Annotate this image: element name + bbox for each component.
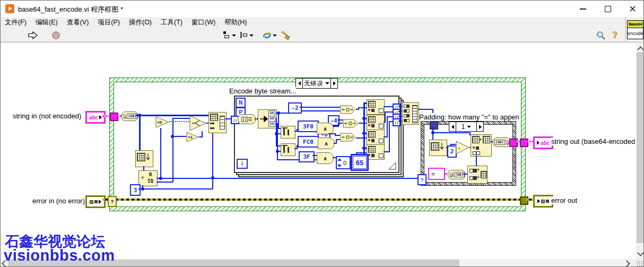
string-wire[interactable] — [516, 141, 520, 142]
menu-window[interactable]: 窗口(W) — [192, 18, 215, 27]
abort-button[interactable] — [52, 31, 60, 39]
interleave-arrays-node[interactable] — [402, 102, 419, 125]
wire[interactable] — [278, 113, 279, 128]
wire[interactable] — [398, 120, 402, 122]
wire[interactable] — [277, 123, 278, 160]
quotient-wire[interactable] — [156, 182, 173, 183]
vi-icon[interactable]: Base64 encode — [627, 20, 643, 39]
array-to-cluster-node[interactable]: [] — [238, 114, 256, 124]
loop-iteration-terminal[interactable]: i — [237, 159, 248, 169]
wire[interactable] — [398, 106, 402, 107]
quotient-remainder-node[interactable]: ÷ R IQ — [138, 170, 158, 186]
wire[interactable] — [138, 188, 213, 190]
menu-operate[interactable]: 操作(O) — [129, 18, 152, 27]
spinner-down-icon[interactable] — [337, 165, 342, 167]
minimize-button[interactable] — [575, 4, 591, 14]
padding-char-constant[interactable]: = — [428, 168, 445, 180]
string-in-terminal[interactable]: abc — [85, 111, 106, 124]
block-diagram-workspace[interactable]: 无错误 string in (not encoded) abc error in… — [1, 43, 636, 259]
logical-shift-node[interactable] — [340, 105, 356, 114]
wire[interactable] — [398, 116, 402, 117]
menu-edit[interactable]: 编辑(E) — [36, 18, 58, 27]
index-array-node[interactable] — [367, 144, 385, 160]
subtract-node[interactable]: - — [456, 141, 470, 155]
select-node[interactable] — [189, 115, 207, 132]
padding-case-selector-terminal[interactable]: ? — [417, 174, 427, 185]
wire[interactable] — [356, 152, 367, 153]
wire[interactable] — [385, 111, 393, 113]
error-wire[interactable] — [526, 199, 533, 201]
wire[interactable] — [387, 116, 393, 117]
wire[interactable] — [172, 118, 190, 119]
vertical-scroll-thumb[interactable] — [637, 52, 644, 243]
array-index-display[interactable]: 0 — [336, 156, 351, 169]
wire[interactable] — [363, 102, 367, 104]
wire[interactable] — [356, 137, 367, 139]
array-size-node[interactable] — [135, 150, 153, 167]
constant-3[interactable]: 3 — [130, 184, 141, 196]
logical-shift-node[interactable] — [343, 119, 359, 128]
maximize-button[interactable] — [600, 4, 616, 14]
byte-array-wire[interactable] — [139, 115, 141, 150]
boolean-wire[interactable] — [169, 121, 190, 122]
wire[interactable] — [312, 155, 317, 156]
wire[interactable] — [300, 107, 340, 108]
error-case-selector-terminal[interactable]: ? — [108, 196, 117, 207]
string-in-tunnel[interactable] — [110, 113, 118, 121]
padding-input-tunnel[interactable] — [430, 121, 438, 130]
reshape-array-node[interactable] — [208, 112, 227, 133]
wire[interactable] — [359, 123, 367, 124]
wire[interactable] — [358, 107, 367, 108]
title-bar[interactable]: base64_fast_encode.vi 程序框图 * — [1, 1, 644, 17]
close-button[interactable] — [624, 4, 640, 14]
case-next-icon[interactable] — [331, 79, 337, 88]
error-in-terminal[interactable] — [85, 195, 106, 208]
string-to-byte-array-node[interactable]: [U8] — [448, 170, 465, 179]
wire[interactable] — [337, 119, 343, 120]
menu-file[interactable]: 文件(F) — [5, 18, 27, 27]
string-out-terminal[interactable]: abc — [533, 136, 553, 149]
wire[interactable] — [418, 109, 433, 110]
wire[interactable] — [142, 185, 143, 189]
case-next-icon[interactable] — [477, 122, 483, 131]
wire[interactable] — [225, 118, 231, 119]
error-out-terminal[interactable] — [533, 195, 553, 208]
spinner-up-icon[interactable] — [337, 158, 342, 161]
error-output-tunnel[interactable] — [520, 196, 528, 205]
index-array-node[interactable] — [367, 99, 385, 115]
constant-3F[interactable]: 3F — [299, 151, 315, 162]
reorder-objects-button[interactable] — [262, 31, 272, 42]
wire[interactable] — [336, 139, 340, 140]
padding-output-tunnel[interactable] — [509, 139, 518, 147]
increment-node[interactable]: +1 — [186, 132, 199, 143]
menu-project[interactable]: 项目(P) — [98, 18, 120, 27]
wire[interactable] — [212, 132, 213, 189]
error-wire[interactable] — [102, 199, 520, 201]
search-button[interactable] — [596, 31, 606, 42]
wire[interactable] — [450, 144, 456, 145]
loop-count-terminal[interactable]: N — [236, 98, 246, 108]
string-wire[interactable] — [526, 141, 533, 142]
equal-zero-node[interactable]: =0 — [155, 116, 170, 128]
array-size-node[interactable] — [429, 140, 447, 156]
loop-output-tunnel[interactable]: [] — [393, 118, 401, 126]
wire[interactable] — [389, 121, 393, 122]
wire[interactable] — [298, 110, 340, 111]
menu-view[interactable]: 查看(V) — [67, 18, 89, 27]
wire[interactable] — [143, 166, 144, 170]
menu-tools[interactable]: 工具(T) — [161, 18, 182, 27]
and-node[interactable]: ∧ — [317, 152, 334, 164]
string-to-byte-array-node[interactable]: [U8] — [121, 111, 138, 121]
and-node[interactable]: ∧ — [318, 137, 335, 149]
wire[interactable] — [338, 123, 343, 124]
string-wire[interactable] — [102, 115, 110, 117]
quotient-wire[interactable] — [172, 118, 173, 182]
case-prev-icon[interactable] — [296, 79, 302, 88]
and-node[interactable]: ∧ — [317, 123, 334, 134]
constant-minus2[interactable]: -2 — [288, 102, 302, 114]
wire[interactable] — [432, 132, 471, 133]
wire[interactable] — [463, 174, 467, 175]
padding-case-selector[interactable]: 1 — [449, 122, 484, 132]
join-numbers-node[interactable] — [281, 126, 295, 139]
case-output-tunnel[interactable] — [520, 139, 528, 147]
